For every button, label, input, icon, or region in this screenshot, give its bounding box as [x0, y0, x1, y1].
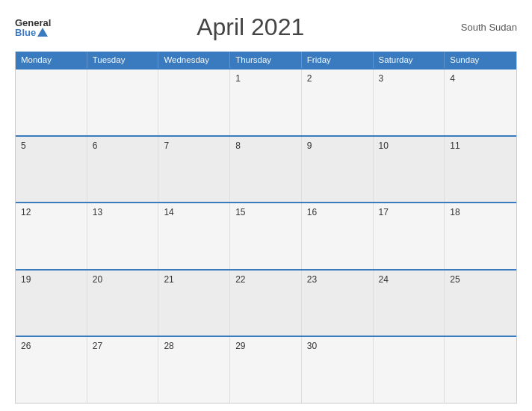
header-friday: Friday: [302, 52, 374, 68]
day-cell-empty: [374, 337, 445, 403]
day-cell-28: 28: [158, 337, 230, 403]
day-cell-29: 29: [230, 337, 302, 403]
day-cell-14: 14: [158, 203, 230, 269]
day-cell-23: 23: [302, 271, 374, 336]
day-cell-20: 20: [87, 271, 159, 336]
header-tuesday: Tuesday: [87, 52, 159, 68]
day-cell-13: 13: [87, 203, 159, 269]
logo: General Blue: [15, 18, 51, 37]
day-cell-15: 15: [230, 203, 302, 269]
day-cell-12: 12: [16, 203, 87, 269]
day-cell-empty: [158, 69, 230, 135]
day-cell-21: 21: [158, 271, 230, 336]
week-row-5: 26 27 28 29 30: [16, 336, 516, 403]
day-headers-row: Monday Tuesday Wednesday Thursday Friday…: [16, 52, 516, 68]
header-saturday: Saturday: [374, 52, 445, 68]
day-cell-9: 9: [302, 137, 374, 203]
month-title: April 2021: [51, 13, 450, 41]
day-cell-8: 8: [230, 137, 302, 203]
day-cell-empty: [16, 69, 87, 135]
day-cell-5: 5: [16, 137, 87, 203]
day-cell-3: 3: [374, 69, 445, 135]
day-cell-10: 10: [374, 137, 445, 203]
logo-general-text: General: [15, 18, 51, 28]
day-cell-empty: [87, 69, 159, 135]
week-row-4: 19 20 21 22 23 24 25: [16, 269, 516, 336]
header-monday: Monday: [16, 52, 87, 68]
day-cell-24: 24: [374, 271, 445, 336]
week-row-1: 1 2 3 4: [16, 68, 516, 135]
day-cell-18: 18: [445, 203, 516, 269]
header-wednesday: Wednesday: [158, 52, 230, 68]
logo-blue-text: Blue: [15, 28, 48, 37]
day-cell-11: 11: [445, 137, 516, 203]
day-cell-22: 22: [230, 271, 302, 336]
country-name: South Sudan: [450, 22, 517, 33]
day-cell-26: 26: [16, 337, 87, 403]
day-cell-30: 30: [302, 337, 374, 403]
day-cell-2: 2: [302, 69, 374, 135]
day-cell-1: 1: [230, 69, 302, 135]
week-row-2: 5 6 7 8 9 10 11: [16, 135, 516, 203]
weeks-container: 1 2 3 4 5 6 7 8 9 10 11 12 13 14 15: [16, 68, 516, 403]
header-sunday: Sunday: [445, 52, 516, 68]
calendar-container: General Blue April 2021 South Sudan Mond…: [0, 0, 532, 411]
day-cell-6: 6: [87, 137, 159, 203]
calendar-header: General Blue April 2021 South Sudan: [15, 13, 517, 41]
week-row-3: 12 13 14 15 16 17 18: [16, 202, 516, 269]
header-thursday: Thursday: [230, 52, 302, 68]
day-cell-19: 19: [16, 271, 87, 336]
day-cell-7: 7: [158, 137, 230, 203]
day-cell-25: 25: [445, 271, 516, 336]
day-cell-17: 17: [374, 203, 445, 269]
day-cell-16: 16: [302, 203, 374, 269]
day-cell-empty: [445, 337, 516, 403]
day-cell-4: 4: [445, 69, 516, 135]
logo-triangle-icon: [37, 28, 48, 37]
calendar-grid: Monday Tuesday Wednesday Thursday Friday…: [15, 52, 517, 404]
day-cell-27: 27: [87, 337, 159, 403]
